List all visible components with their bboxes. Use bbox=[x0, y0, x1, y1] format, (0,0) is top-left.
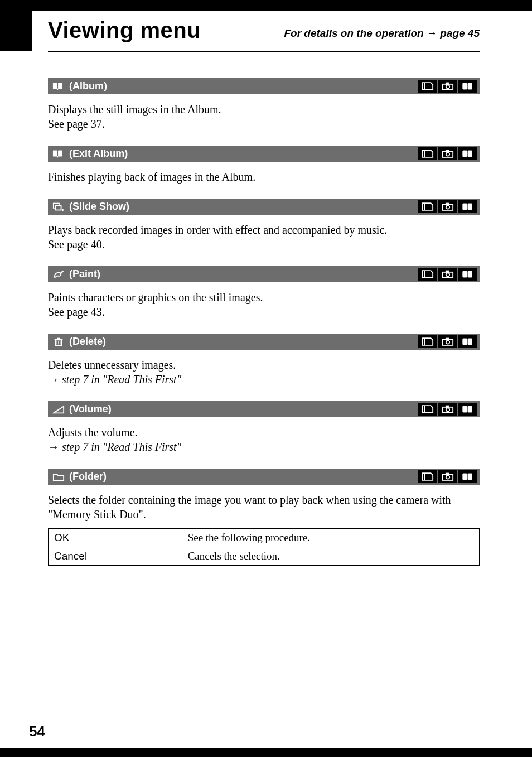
decoration-bottom-bar bbox=[0, 748, 532, 757]
page-title: Viewing menu bbox=[48, 18, 201, 43]
xref-text: step 7 in "Read This First" bbox=[62, 373, 181, 385]
page-number: 54 bbox=[29, 723, 45, 740]
svg-rect-42 bbox=[57, 337, 60, 339]
mode-book-icon bbox=[458, 80, 477, 93]
arrow-icon: → bbox=[48, 441, 59, 453]
svg-marker-51 bbox=[423, 406, 433, 413]
mode-memory-icon bbox=[418, 470, 437, 483]
paint-icon bbox=[52, 269, 65, 279]
table-cell-right: Cancels the selection. bbox=[182, 547, 479, 566]
mode-book-icon bbox=[458, 268, 477, 281]
section-header-slide-show: (Slide Show) bbox=[48, 199, 480, 215]
svg-rect-12 bbox=[57, 156, 58, 157]
table-row: Cancel Cancels the selection. bbox=[49, 547, 480, 566]
svg-rect-0 bbox=[53, 83, 57, 89]
body-text: Paints characters or graphics on the sti… bbox=[48, 290, 480, 305]
body-text: Displays the still images in the Album. bbox=[48, 102, 480, 117]
folder-icon bbox=[52, 472, 65, 482]
section-header-left: (Delete) bbox=[52, 336, 106, 348]
table-cell-left: Cancel bbox=[49, 547, 182, 566]
mode-book-icon bbox=[458, 200, 477, 213]
mode-memory-icon bbox=[418, 200, 437, 213]
mode-book-icon bbox=[458, 403, 477, 416]
header-rule bbox=[48, 51, 480, 52]
svg-rect-61 bbox=[446, 473, 449, 475]
section-body-album: Displays the still images in the Album. … bbox=[48, 102, 480, 131]
svg-rect-28 bbox=[463, 204, 467, 210]
section-header-album: (Album) bbox=[48, 78, 480, 94]
mode-camera-icon bbox=[438, 470, 457, 483]
svg-rect-16 bbox=[446, 150, 449, 152]
svg-rect-29 bbox=[468, 204, 472, 210]
svg-rect-49 bbox=[468, 339, 472, 345]
svg-rect-56 bbox=[463, 406, 467, 412]
mode-camera-icon bbox=[438, 403, 457, 416]
mode-icons bbox=[418, 80, 477, 93]
svg-marker-50 bbox=[54, 406, 64, 413]
table-row: OK See the following procedure. bbox=[49, 529, 480, 547]
svg-rect-46 bbox=[446, 338, 449, 340]
mode-camera-icon bbox=[438, 147, 457, 160]
decoration-side-tab bbox=[0, 11, 32, 51]
section-label: (Slide Show) bbox=[69, 201, 129, 213]
album-icon bbox=[52, 149, 65, 159]
mode-book-icon bbox=[458, 470, 477, 483]
section-header-exit-album: (Exit Album) bbox=[48, 146, 480, 162]
svg-rect-2 bbox=[57, 88, 58, 90]
svg-rect-35 bbox=[463, 271, 467, 277]
page-subtitle: For details on the operation → page 45 bbox=[284, 27, 480, 43]
mode-memory-icon bbox=[418, 335, 437, 348]
content: (Album) Displays the still images in the… bbox=[48, 78, 480, 566]
volume-icon bbox=[52, 404, 65, 414]
mode-icons bbox=[418, 268, 477, 281]
mode-icons bbox=[418, 403, 477, 416]
subtitle-arrow-icon: → bbox=[427, 27, 437, 39]
svg-marker-22 bbox=[62, 208, 64, 211]
svg-marker-43 bbox=[423, 338, 433, 345]
section-label: (Folder) bbox=[69, 471, 107, 483]
mode-icons bbox=[418, 335, 477, 348]
section-header-left: (Slide Show) bbox=[52, 201, 129, 213]
mode-camera-icon bbox=[438, 268, 457, 281]
svg-rect-18 bbox=[463, 151, 467, 157]
svg-rect-9 bbox=[468, 83, 472, 89]
mode-memory-icon bbox=[418, 268, 437, 281]
mode-camera-icon bbox=[438, 80, 457, 93]
section-body-paint: Paints characters or graphics on the sti… bbox=[48, 290, 480, 319]
svg-marker-30 bbox=[423, 271, 433, 278]
svg-rect-21 bbox=[56, 205, 61, 210]
body-text: See page 37. bbox=[48, 117, 480, 131]
svg-rect-11 bbox=[58, 150, 62, 156]
svg-point-27 bbox=[446, 205, 449, 209]
xref-line: → step 7 in "Read This First" bbox=[48, 440, 480, 454]
svg-marker-3 bbox=[423, 83, 433, 90]
svg-rect-10 bbox=[53, 150, 57, 156]
section-header-paint: (Paint) bbox=[48, 266, 480, 282]
mode-camera-icon bbox=[438, 335, 457, 348]
section-header-left: (Album) bbox=[52, 80, 107, 92]
arrow-icon: → bbox=[48, 373, 59, 385]
svg-rect-19 bbox=[468, 151, 472, 157]
body-text: Plays back recorded images in order with… bbox=[48, 223, 480, 237]
body-text: See page 40. bbox=[48, 237, 480, 252]
svg-rect-33 bbox=[446, 271, 449, 273]
section-label: (Album) bbox=[69, 80, 107, 92]
svg-marker-13 bbox=[423, 150, 433, 157]
svg-rect-48 bbox=[463, 339, 467, 345]
mode-icons bbox=[418, 470, 477, 483]
slideshow-icon bbox=[52, 202, 65, 212]
album-icon bbox=[52, 81, 65, 91]
body-text: Deletes unnecessary images. bbox=[48, 358, 480, 372]
folder-table: OK See the following procedure. Cancel C… bbox=[48, 528, 480, 566]
section-header-left: (Paint) bbox=[52, 268, 100, 280]
body-text: Adjusts the volume. bbox=[48, 425, 480, 440]
section-header-volume: (Volume) bbox=[48, 401, 480, 417]
mode-book-icon bbox=[458, 335, 477, 348]
subtitle-prefix: For details on the operation bbox=[284, 27, 426, 39]
section-header-left: (Folder) bbox=[52, 471, 107, 483]
svg-rect-6 bbox=[446, 83, 449, 85]
section-header-left: (Volume) bbox=[52, 403, 112, 415]
section-body-exit-album: Finishes playing back of images in the A… bbox=[48, 170, 480, 184]
svg-rect-36 bbox=[468, 271, 472, 277]
decoration-top-bar bbox=[0, 0, 532, 11]
